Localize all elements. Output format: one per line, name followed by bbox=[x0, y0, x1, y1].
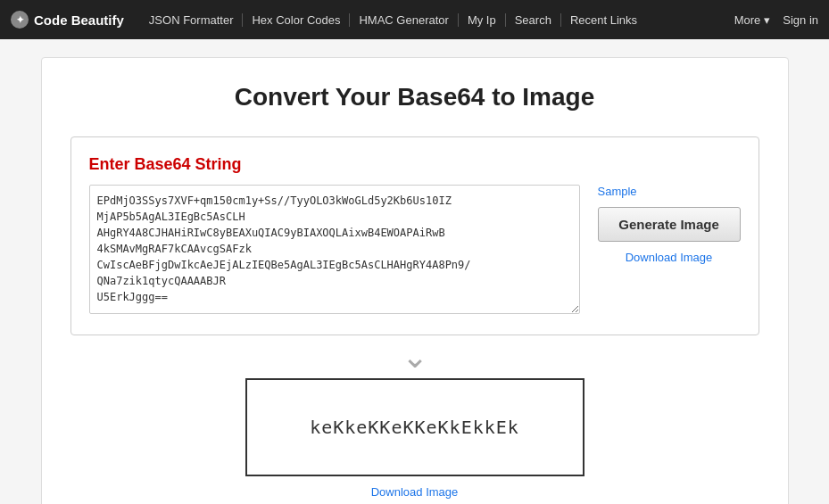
nav-hmac[interactable]: HMAC Generator bbox=[350, 13, 458, 27]
base64-input[interactable] bbox=[89, 185, 580, 314]
navbar: ✦ Code Beautify JSON Formatter Hex Color… bbox=[0, 0, 829, 39]
site-logo[interactable]: ✦ Code Beautify bbox=[11, 11, 124, 29]
image-output-box: keKkeKKeKKeKkEkkEk bbox=[245, 378, 584, 476]
more-label: More bbox=[734, 13, 761, 27]
chevron-down-icon: ▾ bbox=[764, 13, 770, 27]
nav-hex-color[interactable]: Hex Color Codes bbox=[243, 13, 350, 27]
nav-myip[interactable]: My Ip bbox=[459, 13, 506, 27]
main-content: Convert Your Base64 to Image Enter Base6… bbox=[27, 39, 803, 504]
output-section: keKkeKKeKKeKkEkkEk Download Image bbox=[70, 378, 759, 499]
right-panel: Sample Generate Image Download Image bbox=[598, 185, 741, 264]
download-image-bottom-link[interactable]: Download Image bbox=[371, 485, 459, 499]
nav-search[interactable]: Search bbox=[506, 13, 561, 27]
nav-links: JSON Formatter Hex Color Codes HMAC Gene… bbox=[140, 13, 734, 27]
download-image-top-link[interactable]: Download Image bbox=[626, 251, 713, 264]
logo-icon: ✦ bbox=[11, 11, 29, 29]
sample-link[interactable]: Sample bbox=[598, 185, 637, 198]
image-output-text: keKkeKKeKKeKkEkkEk bbox=[310, 417, 519, 438]
nav-recent-links[interactable]: Recent Links bbox=[561, 13, 646, 27]
nav-more-button[interactable]: More ▾ bbox=[734, 13, 771, 27]
main-card: Convert Your Base64 to Image Enter Base6… bbox=[41, 57, 789, 504]
page-title: Convert Your Base64 to Image bbox=[70, 83, 759, 112]
input-section: Enter Base64 String Sample Generate Imag… bbox=[70, 136, 759, 335]
nav-json-formatter[interactable]: JSON Formatter bbox=[140, 13, 244, 27]
generate-button[interactable]: Generate Image bbox=[598, 207, 741, 242]
input-row: Sample Generate Image Download Image bbox=[89, 185, 741, 317]
nav-right: More ▾ Sign in bbox=[734, 13, 818, 27]
logo-text: Code Beautify bbox=[34, 12, 124, 28]
input-label: Enter Base64 String bbox=[89, 155, 741, 174]
signin-button[interactable]: Sign in bbox=[783, 13, 818, 27]
arrow-down-icon: ⌄ bbox=[70, 341, 759, 373]
textarea-wrapper bbox=[89, 185, 580, 317]
